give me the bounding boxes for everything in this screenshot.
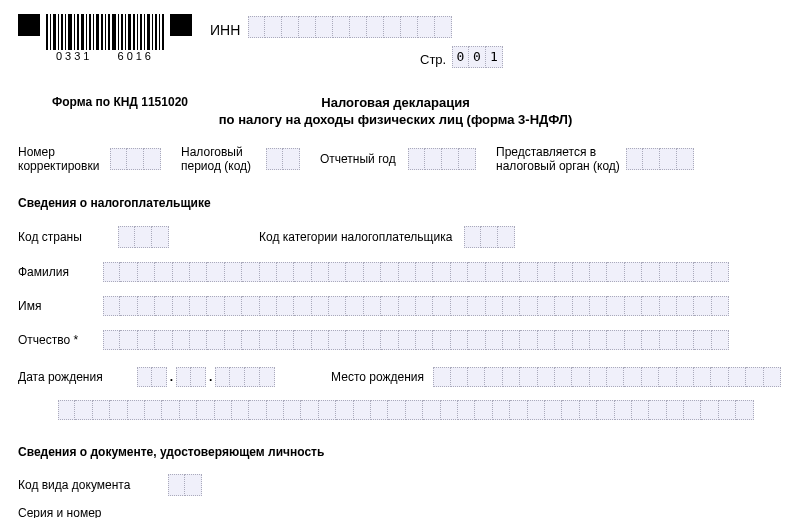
- svg-rect-7: [74, 14, 75, 50]
- name-label: Имя: [18, 299, 103, 313]
- birth-place-field[interactable]: [433, 367, 781, 387]
- svg-rect-29: [159, 14, 160, 50]
- country-code-field[interactable]: [118, 226, 169, 248]
- page-digit: 0: [452, 46, 469, 68]
- svg-rect-14: [101, 14, 103, 50]
- birth-date-label: Дата рождения: [18, 370, 137, 384]
- tax-authority-field[interactable]: [626, 148, 694, 170]
- document-title: Налоговая декларация по налогу на доходы…: [0, 95, 791, 127]
- svg-rect-11: [89, 14, 91, 50]
- svg-rect-23: [137, 14, 138, 50]
- svg-rect-28: [155, 14, 157, 50]
- barcode-number: 03316016: [46, 50, 164, 62]
- svg-rect-26: [147, 14, 150, 50]
- correction-field[interactable]: [110, 148, 161, 170]
- svg-rect-16: [108, 14, 110, 50]
- svg-rect-21: [128, 14, 131, 50]
- svg-rect-1: [50, 14, 51, 50]
- svg-rect-13: [96, 14, 99, 50]
- page-digit: 1: [486, 46, 503, 68]
- birth-day-field[interactable]: [137, 367, 167, 387]
- report-year-field[interactable]: [408, 148, 476, 170]
- doc-type-field[interactable]: [168, 474, 202, 496]
- svg-rect-15: [105, 14, 106, 50]
- svg-rect-18: [118, 14, 119, 50]
- svg-rect-10: [86, 14, 87, 50]
- svg-rect-17: [112, 14, 116, 50]
- svg-rect-0: [46, 14, 48, 50]
- birth-place-field-2[interactable]: [58, 400, 781, 420]
- marker-square-left: [18, 14, 40, 36]
- svg-rect-4: [61, 14, 63, 50]
- svg-rect-20: [125, 14, 126, 50]
- birth-year-field[interactable]: [215, 367, 275, 387]
- svg-rect-27: [152, 14, 153, 50]
- inn-label: ИНН: [210, 22, 240, 38]
- svg-rect-12: [93, 14, 94, 50]
- middle-name-field[interactable]: [103, 330, 781, 350]
- surname-field[interactable]: [103, 262, 781, 282]
- svg-rect-9: [81, 14, 84, 50]
- svg-rect-22: [133, 14, 135, 50]
- tax-period-label: Налоговый период (код): [181, 145, 266, 173]
- barcode: [46, 14, 164, 50]
- page-number-field: 0 0 1: [452, 46, 503, 68]
- tax-authority-label: Представляется в налоговый орган (код): [496, 145, 626, 173]
- report-year-label: Отчетный год: [320, 152, 408, 166]
- doc-type-label: Код вида документа: [18, 478, 168, 492]
- section-payer-heading: Сведения о налогоплательщике: [18, 196, 211, 210]
- surname-label: Фамилия: [18, 265, 103, 279]
- doc-series-label: Серия и номер: [18, 506, 146, 518]
- inn-field[interactable]: [248, 16, 452, 38]
- svg-rect-6: [68, 14, 72, 50]
- svg-rect-2: [53, 14, 56, 50]
- birth-month-field[interactable]: [176, 367, 206, 387]
- payer-category-label: Код категории налогоплательщика: [259, 230, 464, 244]
- page-label: Стр.: [420, 52, 446, 67]
- correction-label: Номер корректировки: [18, 145, 110, 173]
- svg-rect-3: [58, 14, 59, 50]
- tax-period-field[interactable]: [266, 148, 300, 170]
- name-field[interactable]: [103, 296, 781, 316]
- birth-place-label: Место рождения: [331, 370, 433, 384]
- payer-category-field[interactable]: [464, 226, 515, 248]
- section-document-heading: Сведения о документе, удостоверяющем лич…: [18, 445, 324, 459]
- country-code-label: Код страны: [18, 230, 118, 244]
- svg-rect-25: [144, 14, 145, 50]
- svg-rect-30: [162, 14, 164, 50]
- svg-rect-8: [77, 14, 79, 50]
- svg-rect-19: [121, 14, 123, 50]
- middle-name-label: Отчество *: [18, 333, 103, 347]
- svg-rect-5: [65, 14, 66, 50]
- marker-square-right: [170, 14, 192, 36]
- page-digit: 0: [469, 46, 486, 68]
- svg-rect-24: [140, 14, 142, 50]
